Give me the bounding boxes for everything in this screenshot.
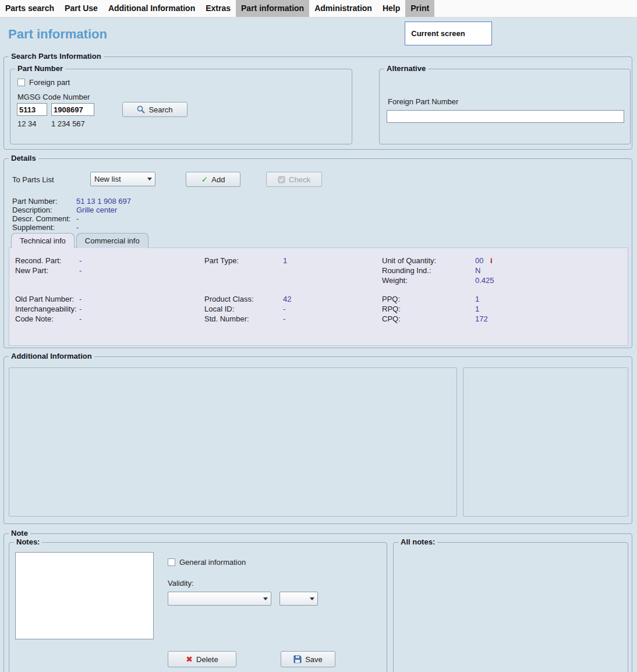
details-group: Details To Parts List New list ✓ Add Che…: [3, 158, 632, 348]
application-window: Parts search Part Use Additional Informa…: [0, 0, 637, 672]
foreign-part-checkbox[interactable]: [17, 79, 25, 86]
old-part-number-label: Old Part Number:: [15, 295, 74, 303]
foreign-part-number-input[interactable]: [387, 110, 624, 123]
check-button[interactable]: Check: [266, 172, 322, 187]
additional-info-right-panel: [463, 367, 628, 517]
menu-extras[interactable]: Extras: [200, 0, 236, 17]
descr-comment-field-value: -: [76, 214, 79, 223]
std-number-value: -: [283, 314, 285, 323]
notes-listbox[interactable]: [15, 552, 154, 639]
rounding-ind-label: Rounding Ind.:: [382, 266, 431, 275]
alternative-group: Alternative Foreign Part Number: [379, 69, 631, 144]
alternative-title: Alternative: [384, 64, 428, 73]
menu-parts-search[interactable]: Parts search: [0, 0, 59, 17]
save-disk-icon: [293, 655, 302, 663]
parts-list-select[interactable]: New list: [90, 172, 155, 186]
descr-comment-field-label: Descr. Comment:: [12, 214, 70, 223]
menu-part-use[interactable]: Part Use: [59, 0, 103, 17]
technical-row: Interchangeability: - Local ID: - RPQ: 1: [9, 305, 628, 314]
weight-label: Weight:: [382, 276, 408, 285]
validity-select[interactable]: [168, 592, 271, 606]
interchangeability-label: Interchangeability:: [15, 305, 77, 313]
all-notes-group: All notes:: [393, 542, 628, 672]
check-button-label: Check: [289, 175, 310, 184]
details-tabs: Technical info Commercial info: [11, 233, 150, 248]
technical-info-panel: Recond. Part: - Part Type: 1 Unit of Qua…: [9, 247, 628, 346]
technical-row: Recond. Part: - Part Type: 1 Unit of Qua…: [9, 256, 628, 266]
print-dropdown-menu: Current screen: [405, 22, 492, 45]
cpq-label: CPQ:: [382, 314, 401, 323]
delete-button[interactable]: ✖ Delete: [168, 651, 236, 667]
delete-x-icon: ✖: [186, 655, 193, 664]
supplement-field-label: Supplement:: [12, 223, 55, 232]
menu-help[interactable]: Help: [377, 0, 405, 17]
search-parts-information-group: Search Parts Information Part Number For…: [3, 56, 632, 150]
search-button[interactable]: Search: [122, 102, 187, 117]
part-type-label: Part Type:: [204, 256, 239, 265]
menu-additional-information[interactable]: Additional Information: [103, 0, 200, 17]
weight-value: 0.425: [475, 276, 494, 285]
menu-print-label: Print: [410, 3, 429, 13]
part-type-value: 1: [283, 256, 287, 265]
mgsg-format-hint: 12 34: [17, 119, 37, 128]
parts-list-selected-value: New list: [91, 175, 144, 183]
save-button[interactable]: Save: [281, 651, 335, 667]
add-button[interactable]: ✓ Add: [186, 172, 240, 187]
general-information-checkbox[interactable]: [168, 558, 175, 566]
validity-secondary-select[interactable]: [279, 592, 318, 606]
unit-of-quantity-value: 00: [475, 256, 483, 265]
product-class-value: 42: [283, 295, 291, 303]
code-note-value: -: [79, 314, 82, 323]
rpq-value: 1: [475, 305, 479, 313]
cpq-value: 172: [475, 314, 488, 323]
technical-row: Weight: 0.425: [9, 276, 628, 285]
chevron-down-icon: [307, 592, 317, 605]
page-title: Part information: [8, 27, 107, 42]
technical-row: Code Note: - Std. Number: - CPQ: 172: [9, 314, 628, 324]
additional-info-left-panel: [9, 367, 457, 517]
info-icon[interactable]: i: [490, 256, 493, 265]
technical-row: Old Part Number: - Product Class: 42 PPQ…: [9, 295, 628, 304]
search-parts-information-title: Search Parts Information: [9, 52, 104, 61]
unit-of-quantity-label: Unit of Quantity:: [382, 256, 436, 265]
code-number-input[interactable]: [51, 103, 94, 116]
all-notes-title: All notes:: [398, 537, 437, 546]
menu-item-current-screen[interactable]: Current screen: [406, 23, 490, 44]
local-id-label: Local ID:: [204, 305, 234, 313]
recond-part-label: Recond. Part:: [15, 256, 62, 265]
search-button-label: Search: [148, 105, 172, 114]
details-title: Details: [9, 154, 38, 162]
part-number-group: Part Number Foreign part MGSG Code Numbe…: [10, 69, 352, 144]
rounding-ind-value: N: [475, 266, 480, 275]
local-id-value: -: [283, 305, 285, 313]
foreign-part-number-label: Foreign Part Number: [388, 97, 458, 106]
menu-print[interactable]: Print Current screen: [405, 0, 434, 17]
menu-part-information[interactable]: Part information: [236, 0, 309, 17]
description-field-value: Grille center: [76, 206, 117, 214]
part-number-field-label: Part Number:: [12, 197, 57, 206]
chevron-down-icon: [260, 592, 271, 605]
save-button-label: Save: [305, 655, 323, 664]
notes-group: Notes: General information Validity: ✖ D…: [9, 542, 387, 672]
mgsg-code-number-label: MGSG Code Number: [17, 93, 90, 101]
menu-administration[interactable]: Administration: [309, 0, 377, 17]
search-icon: [137, 105, 145, 114]
checkmark-icon: ✓: [201, 175, 208, 184]
description-field-label: Description:: [12, 206, 52, 214]
notes-title: Notes:: [14, 537, 42, 546]
general-information-label: General information: [179, 558, 246, 567]
code-format-hint: 1 234 567: [51, 119, 85, 128]
mgsg-input[interactable]: [17, 103, 47, 116]
tab-technical-info[interactable]: Technical info: [11, 233, 75, 248]
rpq-label: RPQ:: [382, 305, 401, 313]
check-document-icon: [278, 176, 285, 183]
part-number-title: Part Number: [15, 64, 65, 73]
note-title: Note: [9, 529, 30, 537]
foreign-part-label: Foreign part: [29, 78, 70, 87]
additional-information-group: Additional Information: [3, 356, 632, 524]
tab-commercial-info[interactable]: Commercial info: [76, 233, 148, 248]
product-class-label: Product Class:: [204, 295, 254, 303]
ppq-value: 1: [475, 295, 479, 303]
to-parts-list-label: To Parts List: [12, 175, 54, 184]
code-note-label: Code Note:: [15, 314, 54, 323]
